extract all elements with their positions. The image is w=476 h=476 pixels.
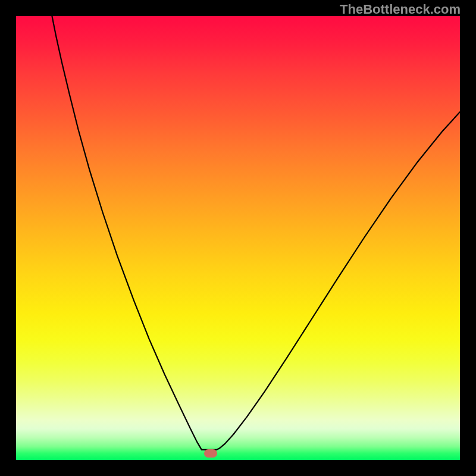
watermark-text: TheBottleneck.com [340, 2, 461, 17]
valley-marker [204, 449, 217, 458]
stage: TheBottleneck.com [0, 0, 476, 476]
plot-area [16, 16, 460, 460]
bottleneck-curve [16, 16, 460, 460]
